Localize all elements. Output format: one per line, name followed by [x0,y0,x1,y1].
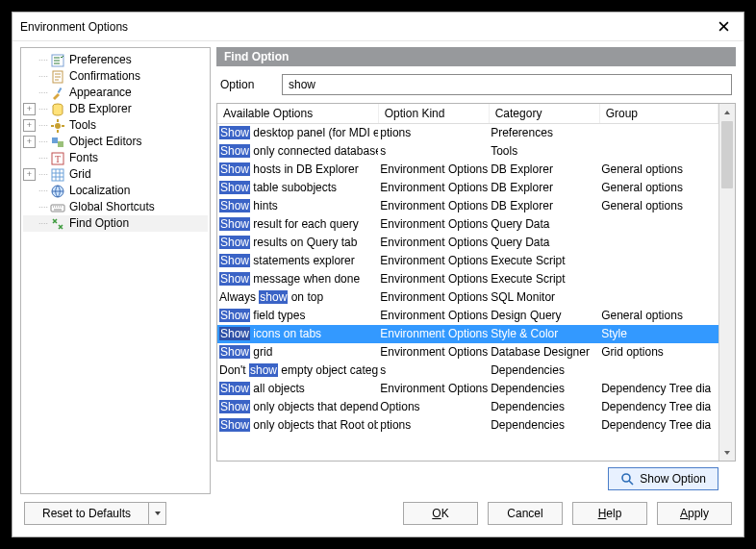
table-row[interactable]: Show results on Query tabEnvironment Opt… [217,234,718,252]
vertical-scrollbar[interactable] [718,104,735,461]
cell-option-kind: Environment Options [378,197,489,215]
cell-available-option: Show only objects that Root object depen… [217,416,378,435]
tree-item-label: Grid [69,166,91,183]
expand-toggle[interactable]: + [23,103,36,115]
cell-category: SQL Monitor [489,288,599,307]
cell-available-option: Show desktop panel (for MDI environment … [217,124,378,142]
cell-category: Execute Script [489,270,599,288]
scroll-down-arrow-icon[interactable] [719,444,735,461]
close-icon [718,21,729,32]
tree-item-label: Preferences [69,52,132,68]
tree-item-global-shortcuts[interactable]: ····Global Shortcuts [23,199,208,215]
cell-group [599,215,718,234]
table-row[interactable]: Show only objects that depend on Root ob… [217,398,718,416]
option-input[interactable] [282,74,732,95]
tools-icon [50,86,65,101]
expand-toggle[interactable]: + [23,168,36,181]
cell-option-kind: ptions [378,416,489,435]
tree-spacer [23,217,36,230]
table-row[interactable]: Show hintsEnvironment OptionsDB Explorer… [217,197,718,215]
cell-available-option: Show table subobjects [217,179,378,197]
scroll-up-arrow-icon[interactable] [719,104,735,120]
tree-item-object-editors[interactable]: +····Object Editors [23,134,208,150]
search-highlight: Show [219,126,250,139]
tree-spacer [23,87,36,99]
options-table-container: Available Options Option Kind Category G… [216,103,736,462]
tree-item-confirmations[interactable]: ····Confirmations [23,68,208,85]
cell-option-kind: Environment Options [378,234,489,252]
table-row[interactable]: Show statements explorerEnvironment Opti… [217,252,718,270]
tree-item-tools[interactable]: +····Tools [23,117,208,134]
tree-item-label: Localization [69,183,130,199]
cell-category: Design Query [489,307,599,325]
search-highlight: Show [219,162,250,176]
table-row[interactable]: Show hosts in DB ExplorerEnvironment Opt… [217,161,718,179]
tree-spacer [23,185,36,197]
tree-item-fonts[interactable]: ····TFonts [23,150,208,166]
tree-item-localization[interactable]: ····Localization [23,183,208,199]
expand-toggle[interactable]: + [23,119,36,132]
find-icon [50,216,65,232]
expand-toggle[interactable]: + [23,136,36,148]
close-button[interactable] [711,16,736,37]
cell-available-option: Show field types [217,307,378,325]
table-row[interactable]: Don't show empty object categories in de… [217,362,718,380]
table-row[interactable]: Show desktop panel (for MDI environment … [217,124,718,142]
cell-available-option: Show only connected databases in drop-do… [217,142,378,161]
cancel-button[interactable]: Cancel [488,502,563,525]
tree-item-grid[interactable]: +····Grid [23,166,208,183]
table-row[interactable]: Always show on topEnvironment OptionsSQL… [217,288,718,307]
cell-option-kind: Environment Options [378,288,489,307]
tree-item-find-option[interactable]: ····Find Option [23,215,208,232]
help-button[interactable]: Help [572,502,647,525]
apply-button[interactable]: Apply [657,502,732,525]
options-table[interactable]: Available Options Option Kind Category G… [217,104,718,435]
table-row[interactable]: Show all objectsEnvironment OptionsDepen… [217,380,718,398]
cell-group [599,142,718,161]
cell-option-kind: Environment Options [378,179,489,197]
scroll-thumb[interactable] [721,121,733,188]
table-row[interactable]: Show table subobjectsEnvironment Options… [217,179,718,197]
right-pane: Find Option Option Available [216,47,736,494]
tree-connector: ···· [37,150,50,166]
ok-button[interactable]: OK [403,502,478,525]
cell-group [599,124,718,142]
search-highlight: Show [219,199,250,212]
search-highlight: Show [219,382,250,395]
tree-item-label: Fonts [69,150,98,166]
table-row[interactable]: Show only objects that Root object depen… [217,416,718,435]
search-highlight: Show [219,418,250,432]
chevron-down-icon [154,510,162,517]
cell-category: DB Explorer [489,161,599,179]
col-group[interactable]: Group [599,104,718,124]
search-highlight: Show [219,400,250,413]
table-row[interactable]: Show result for each queryEnvironment Op… [217,215,718,234]
table-row[interactable]: Show icons on tabsEnvironment OptionsSty… [217,325,718,343]
category-tree[interactable]: ····Preferences····Confirmations····Appe… [20,47,211,494]
reset-defaults-dropdown[interactable] [149,502,166,525]
cell-group: General options [599,161,718,179]
table-row[interactable]: Show only connected databases in drop-do… [217,142,718,161]
tree-item-preferences[interactable]: ····Preferences [23,52,208,68]
cell-category: Dependencies [489,362,599,380]
table-row[interactable]: Show gridEnvironment OptionsDatabase Des… [217,343,718,362]
cell-option-kind: Environment Options [378,325,489,343]
tree-item-label: Find Option [69,215,129,232]
table-row[interactable]: Show message when doneEnvironment Option… [217,270,718,288]
table-row[interactable]: Show field typesEnvironment OptionsDesig… [217,307,718,325]
col-option-kind[interactable]: Option Kind [378,104,489,124]
cell-option-kind: Environment Options [378,252,489,270]
col-available-options[interactable]: Available Options [217,104,378,124]
checklist-icon [50,53,65,68]
tree-item-label: Appearance [69,85,132,101]
cell-category: Query Data [489,215,599,234]
svg-line-17 [629,481,633,485]
col-category[interactable]: Category [489,104,599,124]
cell-available-option: Show grid [217,343,378,362]
reset-defaults-button[interactable]: Reset to Defaults [24,502,149,525]
tree-spacer [23,201,36,213]
show-option-button[interactable]: Show Option [608,467,718,490]
tree-item-appearance[interactable]: ····Appearance [23,85,208,101]
option-label: Option [220,78,274,91]
tree-item-db-explorer[interactable]: +····DB Explorer [23,101,208,117]
